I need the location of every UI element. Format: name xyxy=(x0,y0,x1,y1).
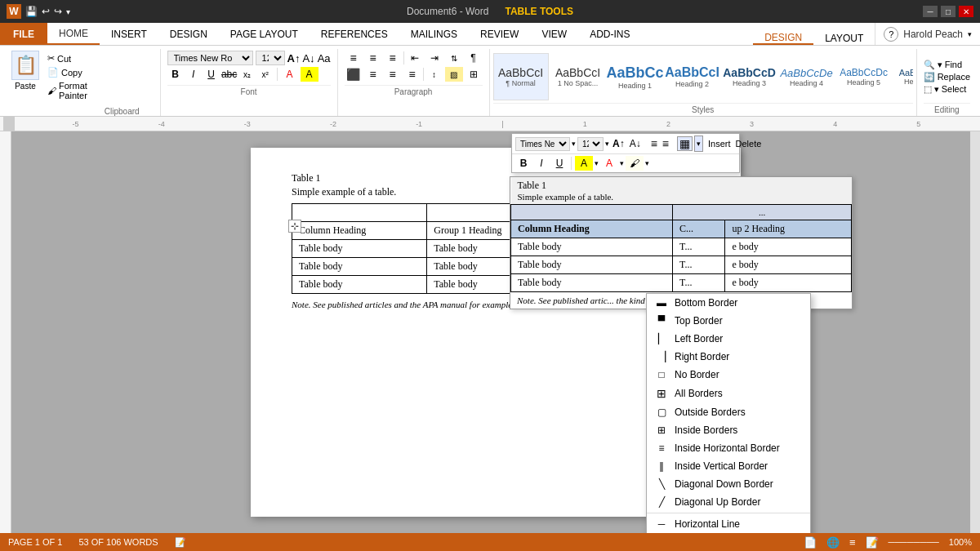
ft-numbering-btn[interactable]: ≡ xyxy=(661,137,670,150)
find-btn[interactable]: 🔍▾ Find xyxy=(924,60,970,70)
copy-button[interactable]: 📄Copy xyxy=(46,66,89,78)
increase-font-btn[interactable]: A↑ xyxy=(287,52,301,64)
minimize-btn[interactable]: ─ xyxy=(923,6,938,17)
quickaccess-undo[interactable]: ↩ xyxy=(42,6,50,17)
ft-table-grid-btn[interactable]: ▦ xyxy=(677,136,693,151)
menu-left-border[interactable]: ▏ Left Border xyxy=(647,330,810,348)
ft-bullets-btn[interactable]: ≡ xyxy=(649,137,659,150)
zoom-slider-area[interactable]: ──────── xyxy=(889,537,939,547)
table-design-tab[interactable]: DESIGN xyxy=(753,32,813,45)
strikethrough-btn[interactable]: abc xyxy=(221,67,238,82)
replace-btn[interactable]: 🔄Replace xyxy=(924,72,970,82)
ft-shade-dropdown[interactable]: ▾ xyxy=(645,159,649,167)
menu-no-border[interactable]: □ No Border xyxy=(647,366,810,384)
user-dropdown-icon[interactable]: ▾ xyxy=(968,30,972,38)
clear-format-btn[interactable]: Aa xyxy=(318,52,331,64)
menu-all-borders[interactable]: ⊞ All Borders xyxy=(647,384,810,403)
view-draft-btn[interactable]: 📝 xyxy=(866,536,879,549)
menu-diagonal-down[interactable]: ╲ Diagonal Down Border xyxy=(647,475,810,493)
review-tab[interactable]: REVIEW xyxy=(469,23,530,45)
superscript-btn[interactable]: x² xyxy=(257,67,274,82)
ft-font-select[interactable]: Times Ne xyxy=(515,137,570,151)
ft-border-dropdown-btn[interactable]: ▾ xyxy=(694,136,703,152)
menu-diagonal-up[interactable]: ╱ Diagonal Up Border xyxy=(647,493,810,511)
proof-icon[interactable]: 📝 xyxy=(175,537,186,548)
quickaccess-save[interactable]: 💾 xyxy=(25,6,38,17)
view-tab[interactable]: VIEW xyxy=(530,23,578,45)
menu-inside-borders[interactable]: ⊞ Inside Borders xyxy=(647,421,810,439)
highlight-btn[interactable]: A xyxy=(301,67,318,82)
italic-btn[interactable]: I xyxy=(185,67,202,82)
justify-btn[interactable]: ≡ xyxy=(403,67,421,82)
font-color-btn[interactable]: A xyxy=(281,67,299,82)
view-web-btn[interactable]: 🌐 xyxy=(826,536,840,549)
format-painter-button[interactable]: 🖌Format Painter xyxy=(46,80,89,101)
table-move-handle[interactable]: ⊹ xyxy=(288,220,301,233)
increase-indent-btn[interactable]: ⇥ xyxy=(425,51,443,65)
ft-grow-btn[interactable]: A↑ xyxy=(611,138,626,149)
close-btn[interactable]: ✕ xyxy=(959,6,973,17)
show-marks-btn[interactable]: ¶ xyxy=(465,51,483,65)
align-center-btn[interactable]: ≡ xyxy=(364,67,382,82)
menu-inside-v-border[interactable]: ‖ Inside Vertical Border xyxy=(647,457,810,475)
ft-size-select[interactable]: 12 xyxy=(577,137,604,151)
menu-bottom-border[interactable]: ▬ Bottom Border xyxy=(647,294,810,312)
menu-right-border[interactable]: ▕ Right Border xyxy=(647,348,810,366)
decrease-font-btn[interactable]: A↓ xyxy=(302,52,314,64)
decrease-indent-btn[interactable]: ⇤ xyxy=(406,51,424,65)
ft-font-color-btn[interactable]: A xyxy=(600,156,618,171)
insert-tab[interactable]: INSERT xyxy=(100,23,158,45)
ft-highlight-dropdown[interactable]: ▾ xyxy=(595,159,599,167)
maximize-btn[interactable]: □ xyxy=(941,6,956,17)
quickaccess-more[interactable]: ▾ xyxy=(66,7,70,16)
sort-btn[interactable]: ⇅ xyxy=(445,51,463,65)
view-print-btn[interactable]: 📄 xyxy=(804,536,817,549)
ft-italic-btn[interactable]: I xyxy=(533,156,550,171)
addins-tab[interactable]: ADD-INS xyxy=(578,23,641,45)
font-name-select[interactable]: Times New Ro xyxy=(167,51,253,65)
ft-font-color-dropdown[interactable]: ▾ xyxy=(620,159,624,167)
ft-shrink-btn[interactable]: A↓ xyxy=(628,138,643,149)
help-icon[interactable]: ? xyxy=(884,27,898,42)
numbering-btn[interactable]: ≡ xyxy=(364,51,382,65)
paste-button[interactable]: 📋 Paste xyxy=(8,49,42,92)
select-btn[interactable]: ⬚▾ Select xyxy=(924,84,970,95)
align-right-btn[interactable]: ≡ xyxy=(384,67,402,82)
subscript-btn[interactable]: x₂ xyxy=(239,67,256,82)
shading-btn[interactable]: ▨ xyxy=(445,67,463,82)
style-h2[interactable]: AaBbCcI Heading 2 xyxy=(665,53,720,100)
references-tab[interactable]: REFERENCES xyxy=(310,23,399,45)
design-tab[interactable]: DESIGN xyxy=(158,23,219,45)
vertical-scrollbar[interactable] xyxy=(970,131,980,533)
mailings-tab[interactable]: MAILINGS xyxy=(399,23,469,45)
bullets-btn[interactable]: ≡ xyxy=(345,51,363,65)
cut-button[interactable]: ✂Cut xyxy=(46,52,89,64)
style-h4[interactable]: AaBbCcDe Heading 4 xyxy=(779,53,835,100)
style-h6[interactable]: AaBbCcDc Heading 6 xyxy=(893,53,913,100)
home-tab[interactable]: HOME xyxy=(47,23,100,45)
style-normal[interactable]: AaBbCcI ¶ Normal xyxy=(493,53,549,100)
multilevel-list-btn[interactable]: ≡ xyxy=(384,51,402,65)
table-layout-tab[interactable]: LAYOUT xyxy=(813,32,875,45)
file-tab[interactable]: FILE xyxy=(0,23,47,45)
ft-font-dropdown[interactable]: ▾ xyxy=(572,140,576,148)
font-size-select[interactable]: 12 xyxy=(256,51,285,65)
ft-size-dropdown[interactable]: ▾ xyxy=(605,140,609,148)
ft-bold-btn[interactable]: B xyxy=(515,156,532,171)
ft-underline-btn[interactable]: U xyxy=(551,156,568,171)
style-h5[interactable]: AaBbCcDc Heading 5 xyxy=(836,53,892,100)
style-no-space[interactable]: AaBbCcI 1 No Spac... xyxy=(550,53,606,100)
ft-shade-btn[interactable]: 🖌 xyxy=(626,156,644,171)
underline-btn[interactable]: U xyxy=(203,67,220,82)
line-spacing-btn[interactable]: ↕ xyxy=(425,67,443,82)
menu-horizontal-line[interactable]: ─ Horizontal Line xyxy=(647,515,810,533)
quickaccess-redo[interactable]: ↪ xyxy=(54,6,62,17)
menu-outside-borders[interactable]: ▢ Outside Borders xyxy=(647,403,810,421)
borders-btn[interactable]: ⊞ xyxy=(465,67,483,82)
page-layout-tab[interactable]: PAGE LAYOUT xyxy=(219,23,310,45)
menu-top-border[interactable]: ▀ Top Border xyxy=(647,312,810,330)
ft-highlight-bg-btn[interactable]: A xyxy=(575,156,593,171)
user-name[interactable]: Harold Peach xyxy=(903,29,963,40)
menu-inside-h-border[interactable]: ≡ Inside Horizontal Border xyxy=(647,439,810,457)
bold-btn[interactable]: B xyxy=(167,67,184,82)
